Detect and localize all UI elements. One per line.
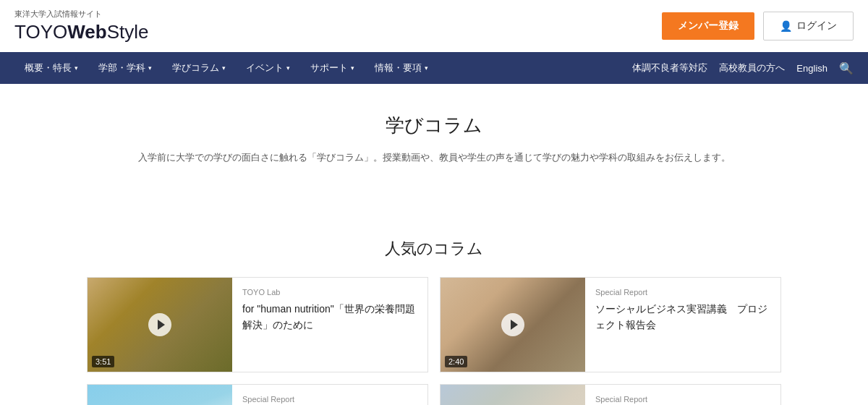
page-title: 学びコラム	[14, 113, 854, 138]
popular-section: 人気のコラム 3:51TOYO Labfor "human nutrition"…	[0, 223, 868, 405]
nav-right-item[interactable]: 高校教員の方へ	[719, 61, 785, 74]
nav-right: 体調不良者等対応高校教員の方へEnglish🔍	[632, 61, 854, 75]
nav-item[interactable]: サポート ▾	[300, 52, 365, 84]
card-thumbnail	[441, 385, 585, 405]
list-item[interactable]: Special Report作品を通じてつながる心、深まる絆〜建築学科の作品がT…	[440, 384, 781, 405]
card-tag: Special Report	[595, 395, 770, 404]
login-button[interactable]: 👤 ログイン	[763, 12, 854, 40]
play-button[interactable]	[501, 313, 524, 336]
card-body: TOYO Labfor "human nutrition"「世界の栄養問題解決」…	[232, 278, 427, 372]
nav-item[interactable]: 学びコラム ▾	[162, 52, 236, 84]
card-title: ソーシャルビジネス実習講義 プロジェクト報告会	[595, 301, 770, 333]
card-body: Special Reportソーシャルビジネス実習講義 プロジェクト報告会	[585, 278, 780, 372]
nav-right-item[interactable]: English	[796, 63, 827, 74]
site-header: 東洋大学入試情報サイト TOYOWebStyle メンバー登録 👤 ログイン	[0, 0, 868, 52]
nav-left: 概要・特長 ▾学部・学科 ▾学びコラム ▾イベント ▾サポート ▾情報・要項 ▾	[14, 52, 438, 84]
person-icon: 👤	[780, 20, 792, 32]
page-subtitle: 入学前に大学での学びの面白さに触れる「学びコラム」。授業動画や、教員や学生の声を…	[14, 150, 854, 166]
card-thumbnail: 2:40	[441, 278, 585, 372]
video-duration: 2:40	[445, 356, 467, 367]
register-button[interactable]: メンバー登録	[662, 12, 754, 40]
search-icon[interactable]: 🔍	[839, 61, 854, 75]
page-content: 学びコラム 入学前に大学での学びの面白さに触れる「学びコラム」。授業動画や、教員…	[0, 84, 868, 223]
list-item[interactable]: 2:40Special Reportソーシャルビジネス実習講義 プロジェクト報告…	[440, 277, 781, 372]
nav-item[interactable]: イベント ▾	[236, 52, 300, 84]
play-button[interactable]	[148, 313, 171, 336]
nav-item[interactable]: 学部・学科 ▾	[88, 52, 162, 84]
popular-title: 人気のコラム	[87, 238, 781, 260]
card-thumbnail: 3:51	[88, 278, 232, 372]
card-body: Special Report学生たちは何を学んだのか。～カリフォルニア州立工科大…	[232, 385, 427, 405]
card-title: for "human nutrition"「世界の栄養問題解決」のために	[242, 301, 417, 333]
card-thumbnail	[88, 385, 232, 405]
list-item[interactable]: Special Report学生たちは何を学んだのか。～カリフォルニア州立工科大…	[87, 384, 428, 405]
logo-title: TOYOWebStyle	[14, 21, 148, 43]
card-body: Special Report作品を通じてつながる心、深まる絆〜建築学科の作品がT…	[585, 385, 780, 405]
header-buttons: メンバー登録 👤 ログイン	[662, 12, 854, 40]
nav-item[interactable]: 概要・特長 ▾	[14, 52, 88, 84]
logo-area: 東洋大学入試情報サイト TOYOWebStyle	[14, 9, 148, 43]
list-item[interactable]: 3:51TOYO Labfor "human nutrition"「世界の栄養問…	[87, 277, 428, 372]
card-tag: Special Report	[595, 288, 770, 297]
logo-subtitle: 東洋大学入試情報サイト	[14, 9, 148, 20]
card-tag: Special Report	[242, 395, 417, 404]
card-tag: TOYO Lab	[242, 288, 417, 297]
nav-right-item[interactable]: 体調不良者等対応	[632, 61, 707, 74]
cards-grid: 3:51TOYO Labfor "human nutrition"「世界の栄養問…	[87, 277, 781, 405]
main-navbar: 概要・特長 ▾学部・学科 ▾学びコラム ▾イベント ▾サポート ▾情報・要項 ▾…	[0, 52, 868, 84]
nav-item[interactable]: 情報・要項 ▾	[365, 52, 438, 84]
video-duration: 3:51	[92, 356, 114, 367]
